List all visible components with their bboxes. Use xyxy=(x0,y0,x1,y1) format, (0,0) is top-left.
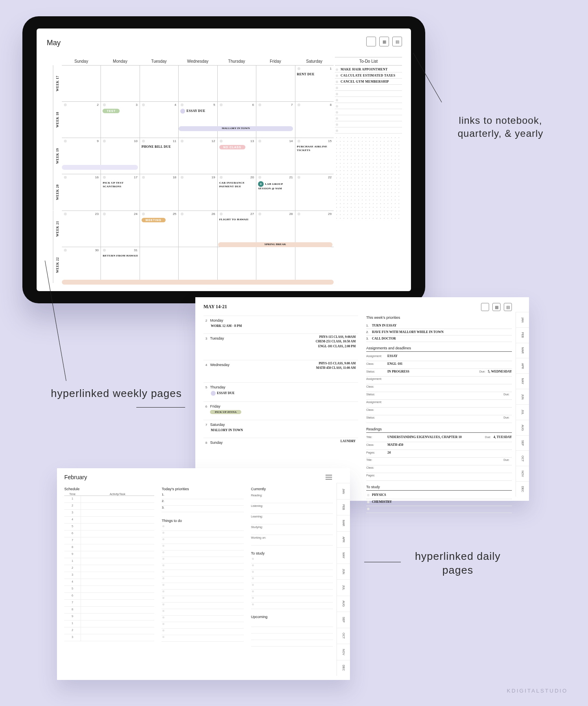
day-cell[interactable]: 4 xyxy=(140,101,178,138)
notebook-link-icon[interactable] xyxy=(366,37,376,46)
todo-item[interactable] xyxy=(335,103,402,109)
month-tab[interactable]: MAR xyxy=(516,343,529,358)
currently-lines[interactable]: Reading: Listening: Learning: Studying: … xyxy=(251,493,333,546)
day-cell[interactable]: 18 xyxy=(140,174,178,210)
month-tab[interactable]: SEP xyxy=(337,612,350,628)
todo-item[interactable] xyxy=(335,91,402,97)
weekly-day[interactable]: 2 Monday WORK 12 AM - 8 PM xyxy=(203,316,358,333)
day-cell[interactable]: 25 MEETING xyxy=(140,210,178,247)
todo-item[interactable] xyxy=(335,127,402,134)
month-tab[interactable]: JAN xyxy=(337,483,350,499)
day-cell[interactable] xyxy=(178,65,217,101)
week-tab-19[interactable]: WEEK 19 xyxy=(53,138,62,174)
priority-lines[interactable]: 1. 2. 3. xyxy=(162,493,243,512)
month-tab[interactable]: APR xyxy=(337,531,350,548)
study-item[interactable] xyxy=(366,506,512,513)
day-cell[interactable]: 27 FLIGHT TO HAWAII xyxy=(217,210,256,247)
day-cell[interactable]: 30 xyxy=(62,247,101,283)
todo-item[interactable] xyxy=(335,85,402,91)
priority-item[interactable]: 3.CALL DOCTOR xyxy=(366,335,512,342)
day-cell[interactable] xyxy=(256,247,295,283)
day-cell[interactable]: 12 xyxy=(178,138,217,174)
schedule-row[interactable]: 9 xyxy=(64,614,154,620)
study-item[interactable]: CHEMISTRY xyxy=(366,499,512,506)
day-cell[interactable] xyxy=(217,247,256,283)
day-cell[interactable]: 17 PICK UP TEST SCANTRONS xyxy=(101,174,139,210)
schedule-row[interactable]: 3 xyxy=(64,634,154,641)
schedule-row[interactable]: 2 xyxy=(64,565,154,572)
week-tab-17[interactable]: WEEK 17 xyxy=(53,65,62,101)
assignment-line[interactable]: Class:ENGL-101 xyxy=(366,361,512,369)
day-cell[interactable]: 8 xyxy=(295,101,334,138)
month-tab[interactable]: APR xyxy=(516,358,529,373)
schedule-row[interactable]: 9 xyxy=(64,551,154,558)
month-tab[interactable]: NOV xyxy=(516,466,529,481)
day-cell[interactable]: 14 xyxy=(256,138,295,174)
schedule-row[interactable]: 6 xyxy=(64,593,154,600)
reading-line[interactable]: Title:UNDERSTANDING EIGENVALUES, CHAPTER… xyxy=(366,434,512,442)
day-cell[interactable]: 7 xyxy=(256,101,295,138)
day-cell[interactable] xyxy=(295,247,334,283)
month-tab[interactable]: OCT xyxy=(516,450,529,466)
schedule-row[interactable]: 2 xyxy=(64,627,154,634)
month-tab[interactable]: JUL xyxy=(516,404,529,420)
weekly-day[interactable]: 5 Thursday ESSAY DUE xyxy=(203,382,358,401)
assignment-line[interactable]: Assignment:ESSAY xyxy=(366,353,512,361)
weekly-day[interactable]: 8 Sunday LAUNDRY xyxy=(203,438,358,450)
schedule-row[interactable]: 4 xyxy=(64,517,154,524)
priority-item[interactable]: 1.TURN IN ESSAY xyxy=(366,322,512,329)
reading-line[interactable]: Title:Due: xyxy=(366,458,512,465)
schedule-row[interactable]: 1 xyxy=(64,558,154,565)
menu-icon[interactable] xyxy=(326,475,332,480)
assignment-line[interactable]: Class: xyxy=(366,384,512,392)
upcoming-lines[interactable] xyxy=(251,620,333,647)
weekly-day[interactable]: 3 Tuesday PHYS-115 CLASS, 9:00AM CHEM-25… xyxy=(203,333,358,360)
reading-line[interactable]: Class: xyxy=(366,465,512,473)
yearly-link-icon[interactable]: ▤ xyxy=(392,37,402,46)
month-tab[interactable]: DEC xyxy=(516,481,529,497)
week-tab-18[interactable]: WEEK 18 xyxy=(53,101,62,138)
schedule-row[interactable]: 5 xyxy=(64,524,154,531)
day-cell[interactable] xyxy=(62,65,101,101)
day-cell[interactable]: 13 NO CLASS xyxy=(217,138,256,174)
week-tab-21[interactable]: WEEK 21 xyxy=(53,210,62,247)
month-tab[interactable]: MAY xyxy=(337,547,350,563)
assignment-line[interactable]: Status:Due: xyxy=(366,392,512,400)
todo-item[interactable] xyxy=(335,115,402,121)
day-cell[interactable] xyxy=(217,65,256,101)
assignment-line[interactable]: Assignment: xyxy=(366,400,512,408)
schedule-row[interactable]: 6 xyxy=(64,531,154,537)
assignment-line[interactable]: Status:Due: xyxy=(366,415,512,423)
todo-item[interactable]: MAKE HAIR APPOINTMENT xyxy=(335,66,402,72)
weekly-day[interactable]: 7 Saturday MALLORY IN TOWN xyxy=(203,420,358,438)
schedule-row[interactable]: 1 xyxy=(64,496,154,503)
quarterly-link-icon[interactable]: ▦ xyxy=(379,37,389,46)
month-tab[interactable]: JAN xyxy=(516,312,529,327)
month-tab[interactable]: JUL xyxy=(337,579,350,596)
month-tab[interactable]: SEP xyxy=(516,435,529,451)
day-cell[interactable]: 16 xyxy=(62,174,101,210)
study-lines[interactable] xyxy=(251,557,333,609)
week-tab-20[interactable]: WEEK 20 xyxy=(53,174,62,210)
assignment-line[interactable]: Class: xyxy=(366,408,512,415)
day-cell[interactable]: 22 xyxy=(295,174,334,210)
day-cell[interactable] xyxy=(101,65,139,101)
day-cell[interactable]: 28 xyxy=(256,210,295,247)
month-tab[interactable]: AUG xyxy=(516,420,529,435)
schedule-row[interactable]: 8 xyxy=(64,544,154,551)
month-tab[interactable]: FEB xyxy=(337,499,350,515)
day-cell[interactable]: 20 CAR INSURANCE PAYMENT DUE xyxy=(217,174,256,210)
day-cell[interactable] xyxy=(256,65,295,101)
schedule-row[interactable]: 3 xyxy=(64,510,154,517)
schedule-row[interactable]: 5 xyxy=(64,586,154,593)
day-cell[interactable]: 21 8LAB GROUP SESSION @ 9AM xyxy=(256,174,295,210)
month-tab[interactable]: FEB xyxy=(516,327,529,343)
todo-item[interactable] xyxy=(335,97,402,103)
day-cell[interactable]: 26 xyxy=(178,210,217,247)
day-cell[interactable]: 23 xyxy=(62,210,101,247)
day-cell[interactable]: 29 xyxy=(295,210,334,247)
day-cell[interactable]: 19 xyxy=(178,174,217,210)
weekly-day[interactable]: 6 Friday PICK UP JENNA xyxy=(203,401,358,420)
day-cell[interactable] xyxy=(140,247,178,283)
todo-item[interactable] xyxy=(335,109,402,115)
